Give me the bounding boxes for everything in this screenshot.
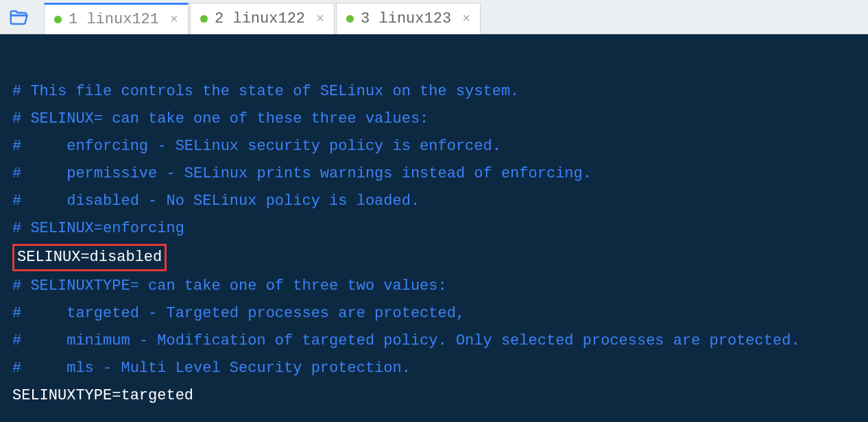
editor-line: # SELINUX= can take one of these three v… bbox=[12, 106, 856, 133]
editor-line: # disabled - No SELinux policy is loaded… bbox=[12, 188, 856, 215]
tab-label: 1 linux121 bbox=[69, 11, 159, 28]
tab-label: 3 linux123 bbox=[361, 10, 451, 27]
editor-line: # SELINUX=enforcing bbox=[12, 215, 856, 243]
folder-open-icon[interactable] bbox=[8, 7, 29, 27]
editor-content[interactable]: # This file controls the state of SELinu… bbox=[0, 34, 868, 422]
editor-line: # SELINUXTYPE= can take one of three two… bbox=[12, 273, 856, 300]
tab-2[interactable]: 2 linux122× bbox=[190, 3, 335, 34]
status-dot-icon bbox=[54, 16, 62, 23]
editor-line: # mls - Multi Level Security protection. bbox=[12, 355, 856, 382]
editor-line: SELINUX=disabled bbox=[12, 243, 856, 273]
editor-line: # This file controls the state of SELinu… bbox=[12, 78, 856, 106]
editor-line-empty bbox=[12, 51, 856, 78]
close-icon[interactable]: × bbox=[170, 12, 178, 27]
editor-line: SELINUXTYPE=targeted bbox=[12, 382, 856, 410]
editor-line: # targeted - Targeted processes are prot… bbox=[12, 300, 856, 327]
editor-line: # enforcing - SELinux security policy is… bbox=[12, 133, 856, 160]
status-dot-icon bbox=[346, 15, 354, 23]
tab-3[interactable]: 3 linux123× bbox=[336, 3, 481, 34]
highlighted-config-line: SELINUX=disabled bbox=[12, 244, 167, 271]
tab-label: 2 linux122 bbox=[215, 10, 305, 27]
close-icon[interactable]: × bbox=[316, 11, 324, 27]
tab-1[interactable]: 1 linux121× bbox=[44, 3, 189, 34]
tab-bar: 1 linux121×2 linux122×3 linux123× bbox=[0, 0, 868, 34]
status-dot-icon bbox=[200, 15, 208, 23]
editor-line: # minimum - Modification of targeted pol… bbox=[12, 327, 856, 355]
close-icon[interactable]: × bbox=[462, 11, 470, 27]
editor-line: # permissive - SELinux prints warnings i… bbox=[12, 160, 856, 188]
